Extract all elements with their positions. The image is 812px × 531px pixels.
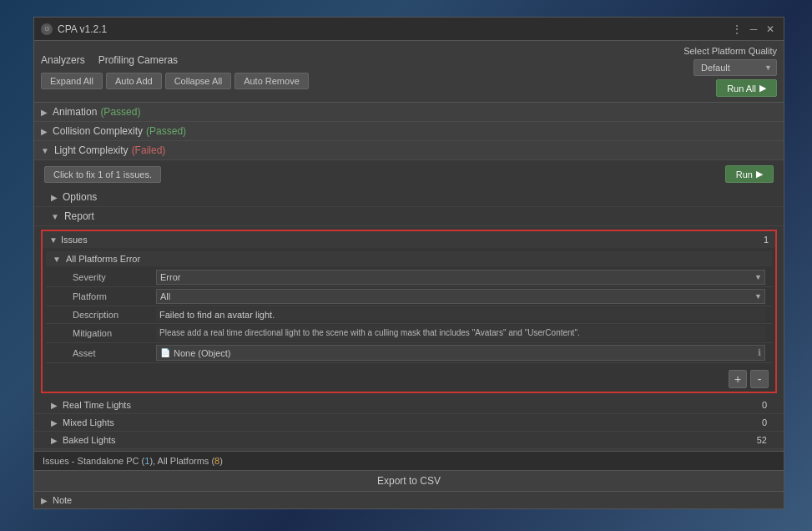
mixed-lights-count: 0 (742, 417, 767, 427)
run-label: Run (736, 169, 753, 180)
animation-title: Animation (53, 106, 97, 118)
collapse-all-button[interactable]: Collapse All (165, 73, 231, 89)
baked-lights-row[interactable]: ▶ Baked Lights 52 (34, 432, 784, 449)
toolbar-tabs: Analyzers Profiling Cameras (41, 54, 309, 68)
toolbar-left: Analyzers Profiling Cameras Expand All A… (41, 54, 309, 89)
standalone-count: 1 (144, 456, 149, 466)
export-label: Export to CSV (377, 475, 441, 487)
real-time-lights-row[interactable]: ▶ Real Time Lights 0 (34, 397, 784, 414)
real-time-lights-arrow-icon: ▶ (51, 401, 58, 410)
light-complexity-status: (Failed) (132, 144, 166, 156)
severity-field-row: Severity Error ▼ (46, 268, 772, 287)
asset-field-row: Asset 📄 None (Object) ℹ (46, 343, 772, 363)
platform-quality-select[interactable]: Default (693, 59, 777, 76)
issues-panel: ▼ Issues 1 ▼ All Platforms Error Severit… (41, 230, 777, 393)
platform-select[interactable]: All (156, 289, 765, 304)
more-options-btn[interactable]: ⋮ (730, 23, 744, 36)
baked-lights-left: ▶ Baked Lights (51, 435, 116, 445)
note-label: Note (53, 495, 72, 505)
collision-title: Collision Complexity (53, 125, 143, 137)
minimize-btn[interactable]: ─ (747, 23, 760, 36)
mitigation-field-row: Mitigation Please add a real time direct… (46, 324, 772, 343)
issues-summary: Issues - Standalone PC (1), All Platform… (34, 452, 784, 470)
title-bar-left: ⊙ CPA v1.2.1 (41, 23, 107, 35)
section-light-complexity: ▼ Light Complexity (Failed) Click to fix… (34, 141, 784, 449)
auto-add-button[interactable]: Auto Add (106, 73, 162, 89)
window-title: CPA v1.2.1 (58, 23, 107, 35)
issues-arrow-icon: ▼ (49, 235, 58, 245)
real-time-lights-label: Real Time Lights (63, 400, 131, 410)
platform-select-wrapper: All ▼ (156, 289, 765, 304)
report-label: Report (64, 210, 94, 222)
fix-bar: Click to fix 1 of 1 issues. Run ▶ (34, 160, 784, 188)
light-complexity-header[interactable]: ▼ Light Complexity (Failed) (34, 141, 784, 160)
mitigation-label: Mitigation (73, 328, 156, 338)
severity-select[interactable]: Error (156, 270, 765, 285)
expand-all-button[interactable]: Expand All (41, 73, 103, 89)
run-button[interactable]: Run ▶ (725, 165, 774, 183)
all-platforms-error-row: ▼ All Platforms Error (46, 251, 772, 266)
main-window: ⊙ CPA v1.2.1 ⋮ ─ ✕ Analyzers Profiling C… (33, 17, 784, 509)
issues-header[interactable]: ▼ Issues 1 (43, 231, 775, 248)
run-all-button[interactable]: Run All ▶ (716, 79, 777, 97)
description-value: Failed to find an avatar light. (156, 308, 765, 321)
baked-lights-arrow-icon: ▶ (51, 436, 58, 445)
section-collision-complexity[interactable]: ▶ Collision Complexity (Passed) (34, 122, 784, 141)
mixed-lights-arrow-icon: ▶ (51, 418, 58, 427)
real-time-lights-count: 0 (742, 400, 767, 410)
note-arrow-icon: ▶ (41, 496, 48, 505)
section-animation[interactable]: ▶ Animation (Passed) (34, 103, 784, 122)
animation-arrow-icon: ▶ (41, 108, 48, 117)
options-section[interactable]: ▶ Options (34, 188, 784, 207)
mixed-lights-left: ▶ Mixed Lights (51, 417, 114, 427)
title-bar-controls: ⋮ ─ ✕ (730, 23, 777, 36)
issues-label: Issues (61, 235, 88, 245)
bottom-bar: Issues - Standalone PC (1), All Platform… (34, 451, 784, 508)
baked-lights-label: Baked Lights (63, 435, 116, 445)
description-field-row: Description Failed to find an avatar lig… (46, 306, 772, 324)
fix-button[interactable]: Click to fix 1 of 1 issues. (44, 166, 161, 183)
remove-issue-button[interactable]: - (750, 370, 769, 388)
severity-label: Severity (73, 272, 156, 282)
toolbar-right: Select Platform Quality Default ▼ Run Al… (683, 46, 777, 97)
asset-value: 📄 None (Object) (160, 348, 230, 358)
tab-profiling-cameras[interactable]: Profiling Cameras (98, 54, 178, 68)
close-btn[interactable]: ✕ (764, 23, 777, 36)
tab-analyzers[interactable]: Analyzers (41, 54, 85, 68)
collision-arrow-icon: ▶ (41, 127, 48, 136)
content-area[interactable]: ▶ Animation (Passed) ▶ Collision Complex… (34, 103, 784, 451)
run-play-icon: ▶ (756, 169, 763, 180)
issues-content: ▼ All Platforms Error Severity Error ▼ (43, 248, 775, 367)
platform-field-row: Platform All ▼ (46, 287, 772, 306)
window-icon: ⊙ (41, 23, 53, 35)
toolbar-buttons: Expand All Auto Add Collapse All Auto Re… (41, 73, 309, 89)
collision-status: (Passed) (146, 125, 186, 137)
asset-wrapper: 📄 None (Object) ℹ (156, 345, 765, 361)
all-platforms-error-label: All Platforms Error (66, 254, 140, 264)
mixed-lights-label: Mixed Lights (63, 417, 114, 427)
real-time-lights-left: ▶ Real Time Lights (51, 400, 131, 410)
mixed-lights-row[interactable]: ▶ Mixed Lights 0 (34, 414, 784, 432)
title-bar: ⊙ CPA v1.2.1 ⋮ ─ ✕ (34, 18, 784, 41)
report-section[interactable]: ▼ Report (34, 207, 784, 226)
add-issue-button[interactable]: + (729, 370, 747, 388)
report-arrow-icon: ▼ (51, 212, 59, 221)
severity-select-wrapper: Error ▼ (156, 270, 765, 285)
platform-label: Platform (73, 291, 156, 301)
run-all-play-icon: ▶ (759, 83, 766, 94)
light-complexity-title: Light Complexity (54, 144, 129, 156)
auto-remove-button[interactable]: Auto Remove (235, 73, 309, 89)
note-section[interactable]: ▶ Note (34, 492, 784, 508)
run-all-label: Run All (727, 83, 756, 94)
platform-quality-label: Select Platform Quality (683, 46, 777, 56)
all-platforms-count: 8 (214, 456, 219, 466)
platform-quality-select-wrapper: Default ▼ (693, 59, 777, 76)
light-complexity-arrow-icon: ▼ (41, 146, 49, 155)
options-arrow-icon: ▶ (51, 193, 58, 202)
issues-header-left: ▼ Issues (49, 235, 88, 245)
asset-info-icon[interactable]: ℹ (758, 347, 761, 358)
export-to-csv-button[interactable]: Export to CSV (34, 470, 784, 492)
mitigation-value: Please add a real time directional light… (156, 326, 765, 341)
all-platforms-arrow-icon: ▼ (53, 255, 61, 264)
issues-footer: + - (43, 367, 775, 392)
